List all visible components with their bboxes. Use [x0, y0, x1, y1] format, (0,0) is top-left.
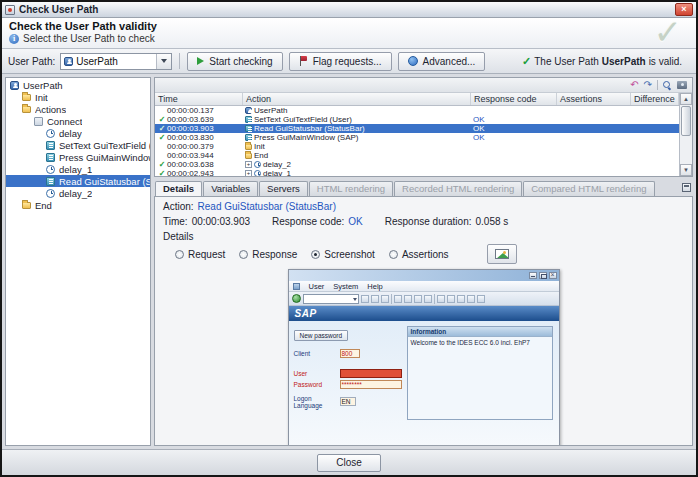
tree-item-init[interactable]: Init — [6, 91, 150, 103]
column-header-difference[interactable]: Difference — [631, 93, 679, 105]
redo-icon[interactable]: ↷ — [644, 79, 652, 91]
tree-item-userpath[interactable]: UserPath — [6, 79, 150, 91]
check-icon: ✓ — [157, 115, 167, 124]
table-row-settext-guitextfield-user[interactable]: ✓00:00:03.639SetText GuiTextField (User)… — [155, 115, 679, 124]
time-value: 00:00:03.639 — [167, 115, 214, 124]
window-title: Check User Path — [19, 4, 671, 15]
column-header-assertions[interactable]: Assertions — [557, 93, 631, 105]
sap-field-input: EN — [340, 397, 356, 406]
close-button[interactable]: Close — [317, 454, 381, 472]
sap-information-title: Information — [408, 327, 552, 337]
table-row-read-guistatusbar-statusbar[interactable]: ✓00:00:03.903Read GuiStatusbar (StatusBa… — [155, 124, 679, 133]
sap-screenshot: UserSystemHelp SAP New password Client80… — [288, 269, 560, 446]
sap-menu-system: System — [333, 282, 358, 291]
cell-response-code — [471, 160, 557, 169]
action-value: Init — [254, 142, 265, 151]
action-icon — [245, 116, 252, 123]
advanced-label: Advanced... — [423, 56, 476, 67]
advanced-button[interactable]: Advanced... — [398, 52, 486, 71]
tree-item-delay-2[interactable]: delay_2 — [6, 187, 150, 199]
start-checking-button[interactable]: Start checking — [187, 52, 282, 71]
tree-item-end[interactable]: End — [6, 199, 150, 211]
cell-response-code — [471, 151, 557, 160]
radio-screenshot[interactable]: Screenshot — [311, 249, 375, 260]
table-row-press-guimainwindow-sap[interactable]: ✓00:00:03.830Press GuiMainWindow (SAP)OK — [155, 133, 679, 142]
expander-icon[interactable]: + — [245, 170, 252, 176]
action-value: delay_1 — [263, 169, 291, 176]
tree-item-actions[interactable]: Actions — [6, 103, 150, 115]
zoom-icon[interactable] — [663, 81, 672, 90]
tab-details[interactable]: Details — [155, 181, 202, 196]
radio-label: Request — [188, 249, 225, 260]
cell-action: Init — [243, 142, 471, 151]
tab-variables[interactable]: Variables — [203, 181, 258, 196]
tree-item-delay[interactable]: delay — [6, 127, 150, 139]
cell-response-code — [471, 142, 557, 151]
column-header-response-code[interactable]: Response code — [471, 93, 557, 105]
tree-item-delay-1[interactable]: delay_1 — [6, 163, 150, 175]
cell-assertions — [557, 151, 631, 160]
cell-time: ✓00:00:03.638 — [155, 160, 243, 169]
cell-action: SetText GuiTextField (User) — [243, 115, 471, 124]
radio-request[interactable]: Request — [175, 249, 225, 260]
tree-item-label: Connect — [47, 116, 82, 127]
snapshot-icon[interactable] — [677, 81, 687, 89]
cell-difference — [631, 169, 679, 176]
tree-item-press-guimainwindow-sap[interactable]: Press GuiMainWindow (SAP) — [6, 151, 150, 163]
validity-message-suffix: is valid. — [649, 56, 682, 67]
expander-icon[interactable]: + — [245, 161, 252, 168]
cell-action: Read GuiStatusbar (StatusBar) — [243, 124, 471, 133]
column-header-action[interactable]: Action — [243, 93, 471, 105]
app-icon — [5, 5, 15, 15]
tab-servers[interactable]: Servers — [259, 181, 308, 196]
folder-icon — [22, 202, 31, 209]
radio-circle — [389, 250, 398, 259]
scroll-up-icon[interactable]: ▲ — [680, 93, 692, 105]
tree-item-read-guistatusbar-statusbar[interactable]: Read GuiStatusbar (StatusBar) — [6, 175, 150, 187]
user-path-select[interactable]: UserPath — [60, 53, 172, 70]
toolbar-separator — [657, 80, 658, 90]
sap-title-bar — [289, 270, 559, 281]
user-path-tree: UserPathInitActionsConnectdelaySetText G… — [5, 77, 151, 446]
time-label: Time: — [163, 216, 188, 227]
radio-label: Assertions — [402, 249, 449, 260]
scroll-track[interactable] — [680, 137, 692, 164]
maximize-panel-icon[interactable] — [682, 183, 691, 192]
check-icon: ✓ — [157, 133, 167, 142]
time-value: 00:00:03.830 — [167, 133, 214, 142]
scroll-down-icon[interactable]: ▼ — [680, 164, 692, 176]
table-row-delay-2[interactable]: ✓00:00:03.638+delay_2 — [155, 160, 679, 169]
start-checking-label: Start checking — [209, 56, 272, 67]
check-icon: ✓ — [157, 124, 167, 133]
time-value: 00:00:03.903 — [192, 216, 250, 227]
sap-toolbar-icon — [404, 295, 412, 303]
table-row-init[interactable]: 00:00:00.379Init — [155, 142, 679, 151]
footer-bar: Close — [2, 449, 696, 475]
cell-assertions — [557, 124, 631, 133]
flag-requests-label: Flag requests... — [313, 56, 382, 67]
response-code-label: Response code: — [272, 216, 344, 227]
sap-logon-screen: New password Client800UserPassword******… — [289, 321, 559, 446]
open-image-button[interactable] — [487, 244, 517, 264]
radio-assertions[interactable]: Assertions — [389, 249, 449, 260]
table-scrollbar[interactable]: ▲ ▼ — [679, 93, 692, 176]
action-value: End — [254, 151, 268, 160]
folder-icon — [245, 144, 252, 150]
chevron-down-icon[interactable] — [156, 54, 171, 69]
clock-icon — [46, 189, 55, 198]
time-value: 00:00:00.379 — [167, 142, 214, 151]
action-value: Read GuiStatusbar (StatusBar) — [254, 124, 365, 133]
flag-requests-button[interactable]: Flag requests... — [289, 52, 392, 71]
column-header-time[interactable]: Time — [155, 93, 243, 105]
sap-enter-icon — [292, 294, 301, 303]
clock-icon — [46, 129, 55, 138]
radio-response[interactable]: Response — [239, 249, 297, 260]
table-row-end[interactable]: 00:00:03.944End — [155, 151, 679, 160]
scroll-thumb[interactable] — [681, 106, 691, 136]
table-row-userpath[interactable]: 00:00:00.137UserPath — [155, 106, 679, 115]
tree-item-settext-guitextfield-user[interactable]: SetText GuiTextField (User) — [6, 139, 150, 151]
tab-html-rendering: HTML rendering — [309, 181, 393, 196]
undo-icon[interactable]: ↶ — [630, 79, 638, 91]
table-row-delay-1[interactable]: ✓00:00:02.943+delay_1 — [155, 169, 679, 176]
tree-item-connect[interactable]: Connect — [6, 115, 150, 127]
